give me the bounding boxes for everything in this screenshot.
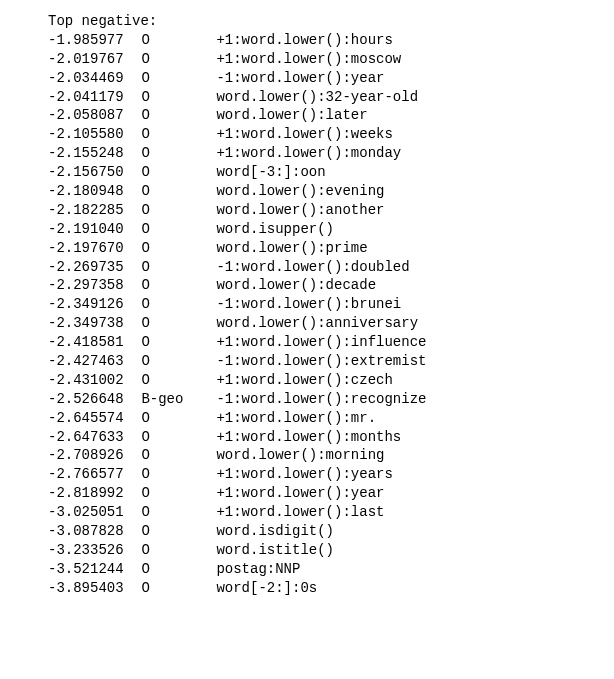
class-label: O [141, 446, 196, 465]
weight-value: -2.041179 [48, 88, 133, 107]
feature-name: word[-3:]:oon [216, 163, 325, 182]
weight-value: -2.647633 [48, 428, 133, 447]
feature-name: word.lower():decade [216, 276, 376, 295]
class-label: O [141, 465, 196, 484]
feature-row: -3.521244 Opostag:NNP [48, 560, 614, 579]
feature-name: word.lower():anniversary [216, 314, 418, 333]
feature-name: -1:word.lower():brunei [216, 295, 401, 314]
weight-value: -2.197670 [48, 239, 133, 258]
feature-name: +1:word.lower():czech [216, 371, 392, 390]
weight-value: -3.895403 [48, 579, 133, 598]
feature-name: word.isupper() [216, 220, 334, 239]
section-header: Top negative: [48, 12, 614, 31]
class-label: O [141, 276, 196, 295]
feature-row: -1.985977 O+1:word.lower():hours [48, 31, 614, 50]
feature-name: +1:word.lower():months [216, 428, 401, 447]
feature-name: word.lower():32-year-old [216, 88, 418, 107]
class-label: O [141, 409, 196, 428]
weight-value: -2.526648 [48, 390, 133, 409]
feature-name: word.lower():another [216, 201, 384, 220]
feature-row: -2.197670 Oword.lower():prime [48, 239, 614, 258]
weight-value: -2.645574 [48, 409, 133, 428]
feature-name: +1:word.lower():monday [216, 144, 401, 163]
weight-value: -2.766577 [48, 465, 133, 484]
weight-value: -2.191040 [48, 220, 133, 239]
feature-name: -1:word.lower():doubled [216, 258, 409, 277]
feature-name: -1:word.lower():recognize [216, 390, 426, 409]
weight-value: -3.521244 [48, 560, 133, 579]
class-label: O [141, 352, 196, 371]
weight-value: -2.019767 [48, 50, 133, 69]
weight-value: -2.269735 [48, 258, 133, 277]
feature-name: word.lower():evening [216, 182, 384, 201]
class-label: O [141, 220, 196, 239]
feature-row: -2.418581 O+1:word.lower():influence [48, 333, 614, 352]
class-label: O [141, 163, 196, 182]
class-label: O [141, 522, 196, 541]
feature-weight-listing: Top negative: -1.985977 O+1:word.lower()… [0, 0, 614, 679]
feature-row: -2.034469 O-1:word.lower():year [48, 69, 614, 88]
feature-row: -2.645574 O+1:word.lower():mr. [48, 409, 614, 428]
weight-value: -2.105580 [48, 125, 133, 144]
feature-name: word[-2:]:0s [216, 579, 317, 598]
feature-row: -2.526648 B-geo-1:word.lower():recognize [48, 390, 614, 409]
feature-row: -2.349126 O-1:word.lower():brunei [48, 295, 614, 314]
class-label: O [141, 560, 196, 579]
feature-name: +1:word.lower():last [216, 503, 384, 522]
weight-value: -2.349126 [48, 295, 133, 314]
feature-row: -2.182285 Oword.lower():another [48, 201, 614, 220]
weight-value: -1.985977 [48, 31, 133, 50]
weight-value: -2.818992 [48, 484, 133, 503]
feature-row: -2.349738 Oword.lower():anniversary [48, 314, 614, 333]
feature-row: -2.297358 Oword.lower():decade [48, 276, 614, 295]
class-label: O [141, 50, 196, 69]
feature-name: word.lower():morning [216, 446, 384, 465]
feature-row: -2.156750 Oword[-3:]:oon [48, 163, 614, 182]
class-label: O [141, 579, 196, 598]
weight-value: -2.180948 [48, 182, 133, 201]
weight-value: -2.431002 [48, 371, 133, 390]
weight-value: -2.349738 [48, 314, 133, 333]
weight-value: -2.034469 [48, 69, 133, 88]
feature-row: -2.647633 O+1:word.lower():months [48, 428, 614, 447]
class-label: O [141, 31, 196, 50]
class-label: O [141, 371, 196, 390]
feature-name: postag:NNP [216, 560, 300, 579]
feature-row: -2.019767 O+1:word.lower():moscow [48, 50, 614, 69]
weight-value: -2.427463 [48, 352, 133, 371]
class-label: O [141, 314, 196, 333]
feature-row: -2.041179 Oword.lower():32-year-old [48, 88, 614, 107]
feature-name: word.lower():later [216, 106, 367, 125]
feature-row: -2.058087 Oword.lower():later [48, 106, 614, 125]
class-label: O [141, 503, 196, 522]
feature-row: -2.818992 O+1:word.lower():year [48, 484, 614, 503]
feature-name: word.istitle() [216, 541, 334, 560]
rows-container: -1.985977 O+1:word.lower():hours-2.01976… [48, 31, 614, 598]
feature-name: +1:word.lower():weeks [216, 125, 392, 144]
class-label: O [141, 333, 196, 352]
feature-row: -2.269735 O-1:word.lower():doubled [48, 258, 614, 277]
class-label: O [141, 484, 196, 503]
class-label: O [141, 258, 196, 277]
feature-row: -3.233526 Oword.istitle() [48, 541, 614, 560]
feature-name: +1:word.lower():moscow [216, 50, 401, 69]
weight-value: -2.708926 [48, 446, 133, 465]
feature-row: -2.180948 Oword.lower():evening [48, 182, 614, 201]
feature-name: -1:word.lower():year [216, 69, 384, 88]
weight-value: -2.297358 [48, 276, 133, 295]
class-label: O [141, 88, 196, 107]
weight-value: -3.025051 [48, 503, 133, 522]
feature-name: word.isdigit() [216, 522, 334, 541]
feature-name: +1:word.lower():influence [216, 333, 426, 352]
class-label: O [141, 125, 196, 144]
feature-row: -2.105580 O+1:word.lower():weeks [48, 125, 614, 144]
weight-value: -2.155248 [48, 144, 133, 163]
feature-name: word.lower():prime [216, 239, 367, 258]
feature-row: -2.708926 Oword.lower():morning [48, 446, 614, 465]
class-label: O [141, 69, 196, 88]
class-label: O [141, 295, 196, 314]
weight-value: -2.418581 [48, 333, 133, 352]
feature-row: -3.895403 Oword[-2:]:0s [48, 579, 614, 598]
class-label: O [141, 428, 196, 447]
class-label: O [141, 239, 196, 258]
